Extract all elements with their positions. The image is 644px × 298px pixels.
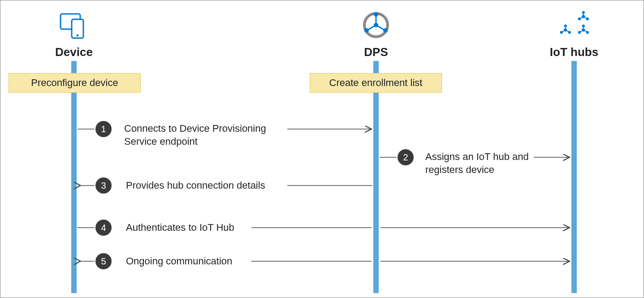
dps-icon xyxy=(360,9,392,43)
svg-point-28 xyxy=(582,29,584,31)
step4-badge: 4 xyxy=(95,220,112,236)
iothubs-lifeline xyxy=(571,61,577,293)
iothubs-title: IoT hubs xyxy=(550,45,598,59)
device-title: Device xyxy=(55,45,93,59)
svg-point-15 xyxy=(583,12,585,14)
step3-text: Provides hub connection details xyxy=(124,179,267,192)
svg-point-16 xyxy=(587,18,589,20)
dps-lifeline xyxy=(373,61,379,293)
svg-point-22 xyxy=(565,25,567,27)
svg-point-21 xyxy=(564,29,566,31)
step2-badge: 2 xyxy=(398,149,414,165)
dps-title: DPS xyxy=(364,45,388,59)
iothubs-icon xyxy=(554,9,594,43)
device-lifeline xyxy=(71,61,77,293)
step3-badge: 3 xyxy=(95,177,112,194)
svg-point-8 xyxy=(374,12,378,17)
note-enrollment: Create enrollment list xyxy=(310,73,442,93)
svg-point-30 xyxy=(587,31,589,34)
device-icon xyxy=(58,9,90,43)
step5-text: Ongoing communication xyxy=(124,255,234,268)
note-preconfigure: Preconfigure device xyxy=(9,73,141,93)
step2-text: Assigns an IoT hub and registers device xyxy=(425,151,533,176)
svg-point-23 xyxy=(569,31,571,34)
svg-point-2 xyxy=(77,35,79,37)
step1-badge: 1 xyxy=(95,121,112,137)
svg-point-7 xyxy=(374,23,378,27)
step4-text: Authenticates to IoT Hub xyxy=(124,221,236,234)
svg-point-31 xyxy=(579,31,581,34)
svg-point-14 xyxy=(582,15,584,17)
svg-point-9 xyxy=(383,28,388,33)
svg-point-17 xyxy=(579,18,581,20)
arrows-svg xyxy=(0,0,644,298)
svg-point-10 xyxy=(364,28,369,33)
step5-badge: 5 xyxy=(95,253,112,269)
svg-point-29 xyxy=(583,25,585,27)
svg-point-24 xyxy=(561,31,563,34)
step1-text: Connects to Device Provisioning Service … xyxy=(124,122,285,148)
